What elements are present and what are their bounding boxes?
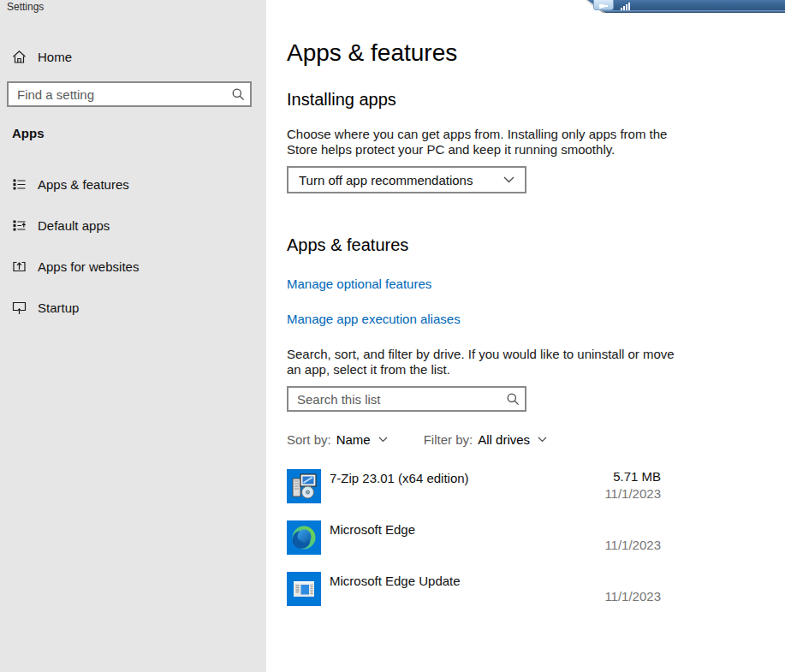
sidebar-search	[7, 81, 252, 107]
sidebar-item-label: Apps & features	[38, 177, 129, 192]
sidebar-nav: Apps & features Default apps Apps for we…	[0, 164, 266, 328]
window-title: Settings	[7, 1, 44, 13]
chevron-down-icon	[538, 437, 547, 443]
sidebar-item-startup[interactable]: Startup	[0, 287, 266, 328]
sidebar-section-label: Apps	[12, 126, 45, 140]
sidebar-item-label: Apps for websites	[38, 259, 139, 274]
app-meta: 11/1/2023	[604, 520, 661, 553]
search-this-list-input[interactable]	[287, 386, 526, 412]
sidebar-item-home[interactable]: Home	[0, 43, 266, 70]
app-size	[604, 572, 661, 589]
home-icon	[12, 50, 27, 64]
app-recommendations-dropdown[interactable]: Turn off app recommendations	[287, 166, 526, 193]
settings-sidebar: Settings Home Apps Apps & features	[0, 0, 266, 672]
list-default-icon	[12, 218, 27, 233]
chevron-down-icon	[378, 437, 388, 443]
sidebar-item-label: Default apps	[38, 218, 110, 233]
app-meta: 5.71 MB 11/1/2023	[604, 469, 661, 502]
filter-by-dropdown[interactable]: All drives	[478, 433, 547, 446]
app-name: 7-Zip 23.01 (x64 edition)	[330, 469, 469, 485]
box-up-arrow-icon	[12, 259, 27, 274]
sidebar-item-apps-features[interactable]: Apps & features	[0, 164, 266, 205]
sort-by-label: Sort by:	[287, 433, 331, 446]
sidebar-item-label: Startup	[38, 300, 79, 315]
app-install-date: 11/1/2023	[604, 486, 661, 502]
app-size: 5.71 MB	[604, 469, 661, 486]
dropdown-selected-value: Turn off app recommendations	[299, 173, 473, 187]
pin-icon[interactable]	[593, 0, 614, 10]
monitor-up-arrow-icon	[12, 300, 27, 315]
manage-optional-features-link[interactable]: Manage optional features	[287, 277, 785, 291]
app-row-7zip[interactable]: 7-Zip 23.01 (x64 edition) 5.71 MB 11/1/2…	[287, 469, 661, 503]
installing-apps-description: Choose where you can get apps from. Inst…	[287, 127, 676, 158]
list-details-icon	[12, 177, 27, 192]
app-meta: 11/1/2023	[604, 572, 661, 604]
find-a-setting-input[interactable]	[7, 81, 252, 107]
installer-app-icon	[287, 469, 321, 503]
installing-apps-heading: Installing apps	[287, 89, 785, 110]
page-title: Apps & features	[287, 39, 785, 67]
apps-features-page: Apps & features Installing apps Choose w…	[266, 0, 785, 672]
filter-by-value: All drives	[478, 433, 530, 446]
manage-app-execution-aliases-link[interactable]: Manage app execution aliases	[287, 312, 785, 326]
edge-app-icon	[287, 520, 321, 555]
sort-by-value: Name	[336, 433, 371, 446]
app-list-search	[287, 386, 526, 412]
app-row-microsoft-edge[interactable]: Microsoft Edge 11/1/2023	[287, 520, 661, 555]
sidebar-home-label: Home	[38, 50, 72, 64]
rdp-bar-body	[585, 0, 785, 13]
sort-by-dropdown[interactable]: Name	[336, 433, 388, 446]
edge-update-app-icon	[287, 572, 321, 606]
sort-filter-row: Sort by: Name Filter by: All drives	[287, 433, 785, 446]
installed-apps-list: 7-Zip 23.01 (x64 edition) 5.71 MB 11/1/2…	[287, 469, 661, 606]
sidebar-item-default-apps[interactable]: Default apps	[0, 205, 266, 246]
sidebar-item-apps-for-websites[interactable]: Apps for websites	[0, 246, 266, 287]
chevron-down-icon	[503, 176, 514, 183]
app-size	[604, 520, 661, 538]
apps-features-heading: Apps & features	[287, 235, 785, 255]
app-name: Microsoft Edge Update	[330, 572, 461, 588]
filter-by-label: Filter by:	[424, 433, 473, 446]
apps-list-description: Search, sort, and filter by drive. If yo…	[287, 347, 676, 378]
rdp-connection-bar[interactable]	[585, 0, 785, 13]
app-name: Microsoft Edge	[330, 520, 415, 537]
signal-bars-icon	[621, 3, 630, 10]
app-install-date: 11/1/2023	[604, 589, 661, 604]
app-row-microsoft-edge-update[interactable]: Microsoft Edge Update 11/1/2023	[287, 572, 661, 606]
app-install-date: 11/1/2023	[604, 538, 661, 553]
